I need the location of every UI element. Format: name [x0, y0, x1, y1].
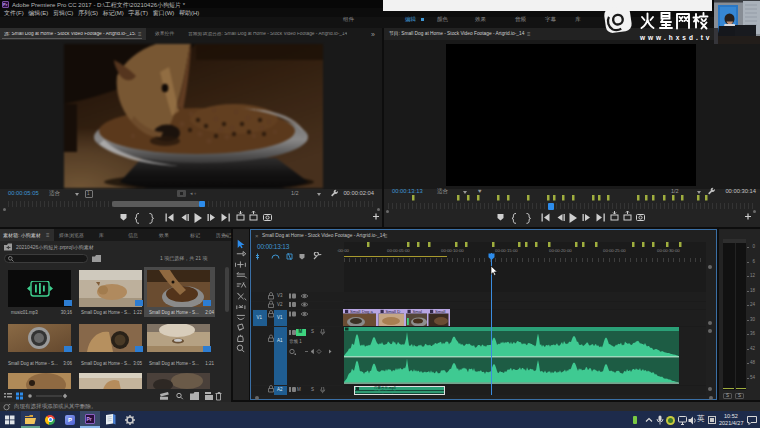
svg-text:Small Dog a: Small Dog a [350, 309, 373, 314]
svg-text:www.hxsd.tv: www.hxsd.tv [639, 34, 712, 40]
svg-text:Smal: Smal [413, 309, 423, 314]
svg-text:Small: Small [435, 309, 446, 314]
svg-text:Small D: Small D [386, 309, 401, 314]
